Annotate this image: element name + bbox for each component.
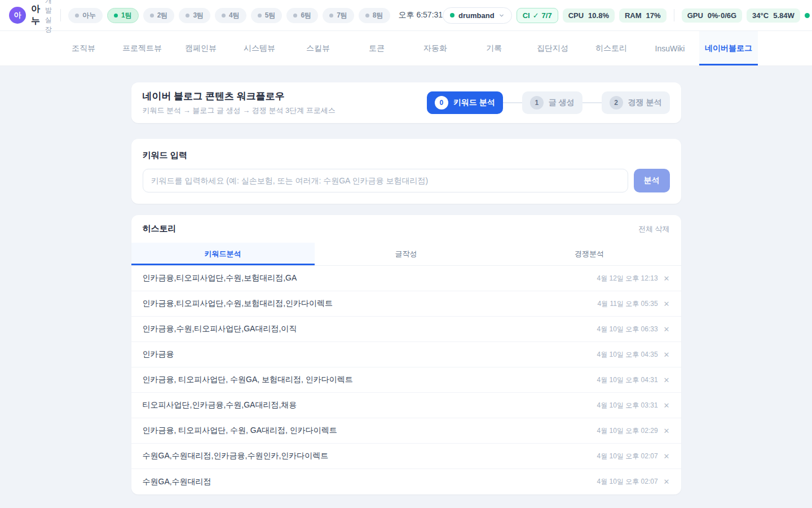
- team-pill[interactable]: 4팀: [215, 8, 246, 23]
- top-bar-right: drumband CI ✓ 7/7 CPU 10.8% RAM 17% GPU …: [443, 7, 812, 24]
- history-row[interactable]: 수원GA,수원대리점,인카금융,수원인카,인카다이렉트4월 10일 오후 02:…: [131, 444, 681, 469]
- team-pill[interactable]: 2팀: [143, 8, 175, 23]
- team-pill[interactable]: 6팀: [286, 8, 318, 23]
- team-status-dot: [186, 14, 189, 17]
- history-keywords: 인카금융,티오피사업단,수원,보험대리점,GA: [143, 273, 297, 283]
- close-icon[interactable]: ✕: [664, 275, 670, 282]
- nav-tab-label: 스킬뷰: [306, 43, 330, 54]
- history-timestamp: 4월 11일 오후 05:35: [597, 299, 657, 309]
- nav-tab[interactable]: 히스토리: [582, 31, 641, 65]
- close-icon[interactable]: ✕: [664, 376, 670, 384]
- gpu-label: GPU: [687, 11, 703, 20]
- nav-tab[interactable]: 기록: [465, 31, 523, 65]
- history-row[interactable]: 인카금융,수원,티오피사업단,GA대리점,이직4월 10일 오후 06:33✕: [131, 317, 681, 342]
- step-number: 0: [435, 96, 448, 110]
- history-keywords: 수원GA,수원대리점: [143, 477, 211, 487]
- nav-tab[interactable]: 캠페인뷰: [171, 31, 230, 65]
- workflow-step[interactable]: 2경쟁 분석: [602, 91, 670, 114]
- team-pill[interactable]: 5팀: [251, 8, 283, 23]
- history-row[interactable]: 수원GA,수원대리점4월 10일 오후 02:07✕: [131, 469, 681, 494]
- keyword-input-title: 키워드 입력: [143, 150, 670, 161]
- temp-value: 34°C: [752, 11, 769, 20]
- nav-tab-label: 캠페인뷰: [185, 43, 217, 54]
- workflow-card: 네이버 블로그 콘텐츠 워크플로우 키워드 분석 → 블로그 글 생성 → 경쟁…: [131, 82, 681, 123]
- team-pill-label: 3팀: [193, 11, 204, 20]
- history-row[interactable]: 인카금융4월 10일 오후 04:35✕: [131, 342, 681, 367]
- nav-tab[interactable]: 조직뷰: [54, 31, 113, 65]
- nav-tab[interactable]: 토큰: [347, 31, 406, 65]
- nav-tab-label: 네이버블로그: [705, 43, 752, 54]
- check-icon: ✓: [533, 11, 539, 20]
- team-pill[interactable]: 7팀: [323, 8, 354, 23]
- history-row[interactable]: 인카금융,티오피사업단,수원,보험대리점,GA4월 12일 오후 12:13✕: [131, 266, 681, 291]
- close-icon[interactable]: ✕: [664, 427, 670, 435]
- team-status-dot: [258, 14, 262, 17]
- close-icon[interactable]: ✕: [664, 453, 670, 460]
- workflow-title: 네이버 블로그 콘텐츠 워크플로우: [143, 90, 336, 103]
- nav-tab[interactable]: 시스템뷰: [230, 31, 289, 65]
- workflow-step[interactable]: 0키워드 분석: [427, 91, 503, 114]
- top-bar: 아 아누 개발실장 아누1팀2팀3팀4팀5팀6팀7팀8팀 오후 6:57:31 …: [0, 0, 812, 31]
- gpu-badge: GPU 0%·0/6G: [682, 8, 742, 23]
- ci-status-badge: CI ✓ 7/7: [517, 8, 558, 23]
- history-row-meta: 4월 12일 오후 12:13✕: [597, 274, 670, 283]
- ram-label: RAM: [625, 11, 642, 20]
- history-keywords: 인카금융: [143, 349, 174, 360]
- workflow-subtitle: 키워드 분석 → 블로그 글 생성 → 경쟁 분석 3단계 프로세스: [143, 106, 336, 116]
- keyword-input-row: 분석: [143, 169, 670, 192]
- nav-tab[interactable]: InsuWiki: [641, 31, 699, 65]
- history-row-meta: 4월 10일 오후 02:07✕: [597, 452, 670, 461]
- cpu-value: 10.8%: [588, 11, 609, 20]
- history-row[interactable]: 인카금융, 티오피사업단, 수원GA, 보험대리점, 인카다이렉트4월 10일 …: [131, 367, 681, 393]
- keyword-input[interactable]: [143, 169, 628, 192]
- clear-all-button[interactable]: 전체 삭제: [638, 224, 670, 234]
- close-icon[interactable]: ✕: [664, 326, 670, 333]
- history-row-meta: 4월 10일 오후 06:33✕: [597, 325, 670, 334]
- nav-tabs: 조직뷰프로젝트뷰캠페인뷰시스템뷰스킬뷰토큰자동화기록집단지성히스토리InsuWi…: [0, 31, 812, 66]
- team-pill[interactable]: 3팀: [179, 8, 210, 23]
- project-select-value: drumband: [458, 11, 495, 20]
- workflow-steps: 0키워드 분석1글 생성2경쟁 분석: [427, 91, 670, 114]
- team-status-dot: [222, 14, 226, 17]
- team-pill-label: 2팀: [157, 11, 168, 20]
- close-icon[interactable]: ✕: [664, 402, 670, 409]
- history-row-meta: 4월 10일 오후 04:35✕: [597, 350, 670, 360]
- team-pill-label: 1팀: [121, 11, 132, 20]
- team-status-dot: [75, 14, 79, 17]
- history-tab[interactable]: 글작성: [315, 243, 498, 265]
- team-pill[interactable]: 1팀: [107, 8, 139, 23]
- history-timestamp: 4월 10일 오후 02:29: [597, 426, 658, 436]
- keyword-input-card: 키워드 입력 분석: [131, 139, 681, 204]
- workflow-step[interactable]: 1글 생성: [522, 91, 582, 114]
- history-keywords: 인카금융,티오피사업단,수원,보험대리점,인카다이렉트: [143, 299, 333, 309]
- nav-tab[interactable]: 네이버블로그: [699, 31, 758, 65]
- history-timestamp: 4월 10일 오후 02:07: [597, 477, 658, 487]
- nav-tab[interactable]: 자동화: [406, 31, 465, 65]
- nav-tab[interactable]: 집단지성: [523, 31, 582, 65]
- history-timestamp: 4월 12일 오후 12:13: [597, 274, 658, 283]
- team-pill[interactable]: 8팀: [359, 8, 390, 23]
- analyze-button[interactable]: 분석: [634, 169, 670, 192]
- temp-power-badge: 34°C 5.84W: [747, 8, 800, 23]
- history-tab[interactable]: 키워드분석: [131, 243, 315, 265]
- project-select[interactable]: drumband: [443, 7, 512, 24]
- history-row-meta: 4월 11일 오후 05:35✕: [597, 299, 669, 309]
- nav-tab[interactable]: 프로젝트뷰: [113, 31, 171, 65]
- team-pill-label: 8팀: [373, 11, 383, 20]
- ram-badge: RAM 17%: [619, 8, 667, 23]
- history-row-meta: 4월 10일 오후 03:31✕: [597, 401, 670, 410]
- nav-tab-label: 자동화: [423, 43, 447, 54]
- team-pill[interactable]: 아누: [68, 8, 103, 23]
- step-number: 1: [530, 96, 544, 110]
- history-tab[interactable]: 경쟁분석: [498, 243, 681, 265]
- history-row[interactable]: 인카금융, 티오피사업단, 수원, GA대리점, 인카다이렉트4월 10일 오후…: [131, 418, 681, 444]
- nav-tab-label: 집단지성: [537, 43, 568, 54]
- user-name: 아누: [31, 3, 40, 27]
- close-icon[interactable]: ✕: [664, 351, 670, 358]
- history-row[interactable]: 티오피사업단,인카금융,수원,GA대리점,채용4월 10일 오후 03:31✕: [131, 393, 681, 418]
- avatar[interactable]: 아: [9, 7, 26, 24]
- history-row[interactable]: 인카금융,티오피사업단,수원,보험대리점,인카다이렉트4월 11일 오후 05:…: [131, 291, 681, 317]
- close-icon[interactable]: ✕: [664, 300, 670, 308]
- nav-tab[interactable]: 스킬뷰: [289, 31, 347, 65]
- close-icon[interactable]: ✕: [664, 478, 670, 485]
